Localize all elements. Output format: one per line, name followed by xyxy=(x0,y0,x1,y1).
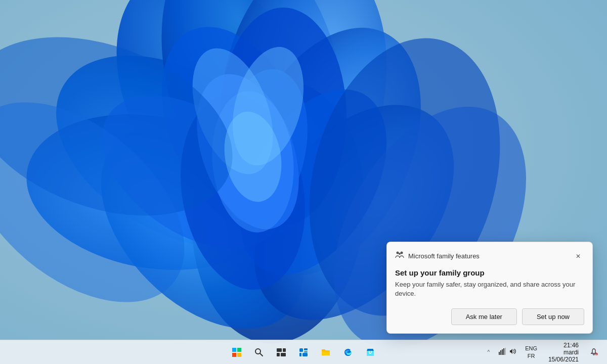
svg-rect-35 xyxy=(299,348,303,352)
lang-line2: FR xyxy=(528,352,535,359)
svg-rect-39 xyxy=(302,353,308,356)
svg-rect-32 xyxy=(283,348,286,352)
popup-heading: Set up your family group xyxy=(395,268,584,277)
store-button[interactable] xyxy=(360,342,380,362)
popup-title: Microsoft family features xyxy=(408,252,480,260)
popup-body: Keep your family safer, stay organized, … xyxy=(395,280,584,298)
svg-rect-34 xyxy=(281,353,286,356)
popup-buttons: Ask me later Set up now xyxy=(395,308,584,325)
svg-point-47 xyxy=(397,251,399,254)
setup-now-button[interactable]: Set up now xyxy=(522,308,584,325)
svg-rect-26 xyxy=(237,348,241,352)
file-explorer-button[interactable] xyxy=(316,342,336,362)
desktop: ^ xyxy=(0,0,607,364)
svg-rect-25 xyxy=(232,348,236,352)
popup-header: Microsoft family features ✕ xyxy=(395,250,584,262)
svg-point-49 xyxy=(399,253,401,255)
notification-popup: Microsoft family features ✕ Set up your … xyxy=(386,242,593,334)
svg-point-48 xyxy=(401,251,403,254)
edge-button[interactable] xyxy=(338,342,358,362)
family-icon xyxy=(395,251,404,261)
svg-line-30 xyxy=(260,353,263,356)
svg-rect-42 xyxy=(502,349,503,355)
svg-rect-31 xyxy=(277,348,282,352)
svg-rect-33 xyxy=(277,353,280,356)
svg-rect-27 xyxy=(232,353,236,357)
svg-rect-38 xyxy=(299,353,301,356)
clock-area[interactable]: 21:46 mardi 15/06/2021 xyxy=(542,341,583,364)
popup-close-button[interactable]: ✕ xyxy=(572,250,584,262)
search-button[interactable] xyxy=(249,342,269,362)
network-tray-icon xyxy=(498,348,507,356)
taskbar-center xyxy=(227,342,380,362)
clock-date-date: 15/06/2021 xyxy=(548,356,579,363)
svg-rect-28 xyxy=(237,353,241,357)
clock-time: 21:46 xyxy=(563,342,579,349)
svg-rect-43 xyxy=(503,348,504,355)
taskbar: ^ xyxy=(0,340,607,364)
popup-title-row: Microsoft family features xyxy=(395,251,480,261)
clock-date-day: mardi xyxy=(563,349,579,356)
svg-rect-37 xyxy=(304,351,308,352)
system-tray[interactable] xyxy=(495,346,520,358)
ask-later-button[interactable]: Ask me later xyxy=(451,308,517,325)
svg-rect-40 xyxy=(499,352,500,355)
volume-tray-icon xyxy=(508,348,517,356)
task-view-button[interactable] xyxy=(271,342,291,362)
widgets-button[interactable] xyxy=(293,342,314,362)
notification-center-button[interactable]: 3 xyxy=(585,343,603,361)
svg-rect-41 xyxy=(500,350,501,355)
lang-line1: ENG xyxy=(525,345,537,352)
language-indicator[interactable]: ENG FR xyxy=(522,344,540,360)
svg-rect-44 xyxy=(505,348,506,355)
svg-rect-36 xyxy=(304,348,308,350)
taskbar-right: ^ xyxy=(484,341,603,364)
start-button[interactable] xyxy=(227,342,247,362)
chevron-tray-button[interactable]: ^ xyxy=(484,347,493,357)
